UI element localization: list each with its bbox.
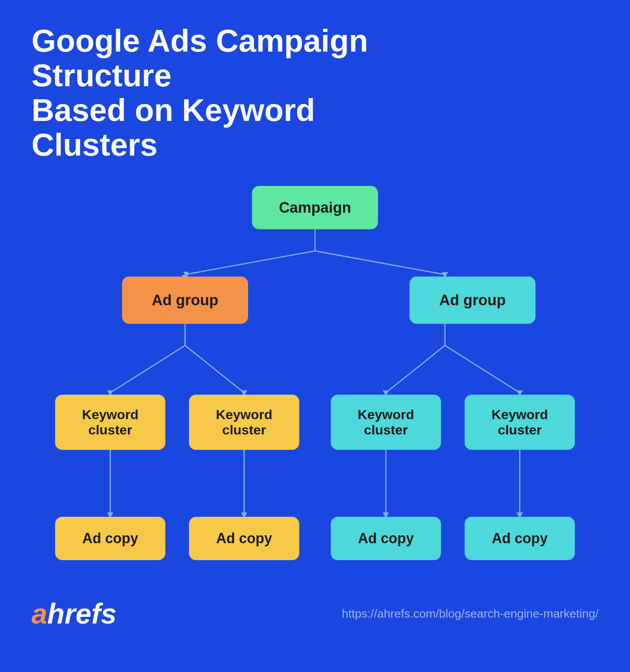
campaign-node: Campaign [252, 186, 378, 229]
ad-copy-3-label: Ad copy [358, 530, 414, 547]
diagram-wrapper: Campaign Ad group Ad group Keyword clust… [32, 186, 598, 580]
keyword-cluster-4-label: Keyword cluster [471, 407, 569, 438]
ad-copy-2-label: Ad copy [216, 530, 272, 547]
svg-line-8 [110, 345, 185, 393]
footer: a hrefs https://ahrefs.com/blog/search-e… [32, 592, 598, 628]
ad-copy-1-node: Ad copy [55, 517, 165, 560]
ad-copy-4-label: Ad copy [492, 530, 548, 547]
page-title: Google Ads Campaign Structure Based on K… [32, 24, 386, 162]
keyword-cluster-1-label: Keyword cluster [61, 407, 159, 438]
main-container: Google Ads Campaign Structure Based on K… [0, 0, 630, 672]
logo-letter-a: a [32, 600, 47, 628]
keyword-cluster-2-label: Keyword cluster [195, 407, 293, 438]
footer-url: https://ahrefs.com/blog/search-engine-ma… [342, 607, 598, 620]
keyword-cluster-2-node: Keyword cluster [189, 395, 299, 450]
ahrefs-logo: a hrefs [32, 600, 117, 628]
adgroup-right-node: Ad group [410, 277, 536, 324]
title-line2: Based on Keyword Clusters [32, 93, 315, 162]
keyword-cluster-3-label: Keyword cluster [337, 407, 435, 438]
ad-copy-2-node: Ad copy [189, 517, 299, 560]
logo-letter-hrefs: hrefs [47, 600, 117, 628]
ad-copy-1-label: Ad copy [82, 530, 138, 547]
svg-line-1 [185, 251, 315, 275]
svg-line-10 [185, 345, 244, 393]
keyword-cluster-4-node: Keyword cluster [465, 395, 575, 450]
svg-line-5 [315, 251, 445, 275]
adgroup-right-label: Ad group [439, 292, 506, 309]
adgroup-left-label: Ad group [152, 292, 219, 309]
keyword-cluster-3-node: Keyword cluster [331, 395, 441, 450]
svg-line-15 [445, 345, 520, 393]
adgroup-left-node: Ad group [122, 277, 248, 324]
keyword-cluster-1-node: Keyword cluster [55, 395, 165, 450]
svg-line-13 [386, 345, 445, 393]
ad-copy-3-node: Ad copy [331, 517, 441, 560]
title-line1: Google Ads Campaign Structure [32, 23, 368, 93]
ad-copy-4-node: Ad copy [465, 517, 575, 560]
campaign-label: Campaign [279, 199, 351, 216]
